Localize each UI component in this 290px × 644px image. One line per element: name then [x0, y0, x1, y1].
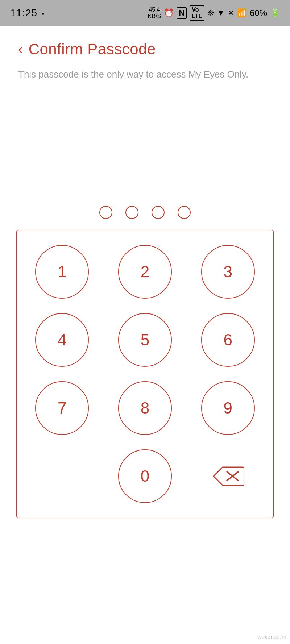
key-3[interactable]: 3 — [190, 241, 266, 302]
delete-icon — [212, 465, 244, 487]
key-4-circle: 4 — [35, 313, 89, 367]
passcode-dot-3 — [152, 206, 165, 219]
subtitle-text: This passcode is the only way to access … — [0, 65, 290, 80]
nfc-icon: N — [177, 7, 187, 19]
delete-key[interactable] — [190, 446, 266, 507]
key-0-circle: 0 — [118, 449, 172, 503]
key-3-circle: 3 — [201, 245, 255, 299]
status-dot: • — [42, 10, 45, 18]
key-4[interactable]: 4 — [24, 309, 100, 370]
main-content: ‹ Confirm Passcode This passcode is the … — [0, 26, 290, 644]
watermark: wsxdn.com — [257, 634, 286, 640]
status-time-group: 11:25 • — [10, 7, 45, 19]
back-chevron-icon: ‹ — [18, 42, 23, 56]
key-5[interactable]: 5 — [107, 309, 183, 370]
spacer — [0, 80, 290, 206]
passcode-dot-1 — [99, 206, 112, 219]
key-0[interactable]: 0 — [107, 446, 183, 507]
wifi-icon: ▼ — [217, 8, 225, 18]
keypad-container: 1 2 3 4 5 6 7 8 — [16, 230, 274, 518]
bluetooth-icon: ❊ — [207, 8, 214, 18]
signal-x-icon: ✕ — [228, 8, 234, 18]
key-9-circle: 9 — [201, 381, 255, 435]
key-1-circle: 1 — [35, 245, 89, 299]
key-9[interactable]: 9 — [190, 378, 266, 439]
key-7-circle: 7 — [35, 381, 89, 435]
keypad-grid: 1 2 3 4 5 6 7 8 — [24, 241, 266, 507]
battery-percent: 60% — [250, 8, 267, 18]
header: ‹ Confirm Passcode — [0, 26, 290, 65]
battery-icon: 🔋 — [270, 8, 280, 18]
data-speed-icon: 45.4KB/S — [148, 7, 161, 19]
key-2[interactable]: 2 — [107, 241, 183, 302]
bottom-area — [0, 518, 290, 644]
page-title: Confirm Passcode — [29, 41, 156, 58]
alarm-icon: ⏰ — [164, 8, 174, 18]
key-8[interactable]: 8 — [107, 378, 183, 439]
back-button[interactable]: ‹ — [18, 42, 23, 56]
key-8-circle: 8 — [118, 381, 172, 435]
status-time: 11:25 — [10, 7, 37, 18]
key-5-circle: 5 — [118, 313, 172, 367]
passcode-dot-4 — [178, 206, 191, 219]
status-icons: 45.4KB/S ⏰ N VoLTE ❊ ▼ ✕ 📶 60% 🔋 — [148, 5, 280, 21]
empty-cell — [24, 446, 100, 507]
status-bar: 11:25 • 45.4KB/S ⏰ N VoLTE ❊ ▼ ✕ 📶 60% 🔋 — [0, 0, 290, 26]
key-1[interactable]: 1 — [24, 241, 100, 302]
key-6[interactable]: 6 — [190, 309, 266, 370]
passcode-dot-2 — [125, 206, 138, 219]
signal-bars-icon: 📶 — [237, 8, 247, 18]
key-2-circle: 2 — [118, 245, 172, 299]
key-6-circle: 6 — [201, 313, 255, 367]
key-7[interactable]: 7 — [24, 378, 100, 439]
volte-icon: VoLTE — [190, 5, 204, 21]
passcode-dots — [0, 206, 290, 219]
